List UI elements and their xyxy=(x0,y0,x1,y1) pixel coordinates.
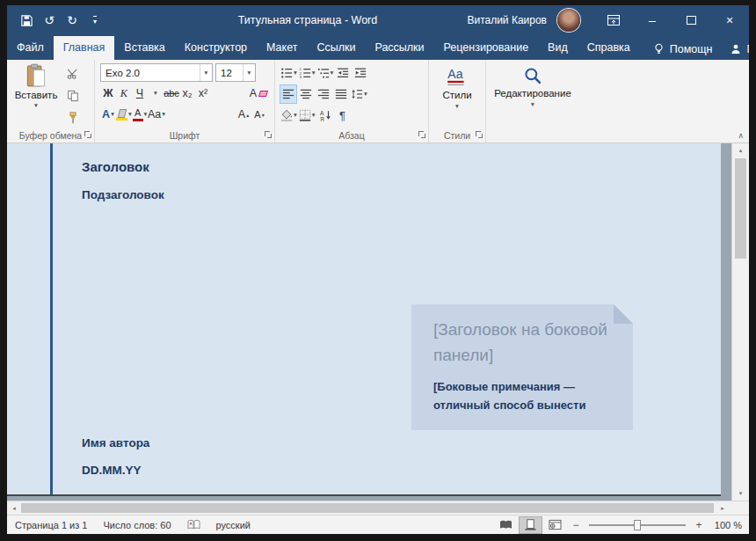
zoom-slider-thumb[interactable] xyxy=(634,520,641,530)
scroll-left-button[interactable]: ◂ xyxy=(7,501,21,515)
cut-button[interactable] xyxy=(65,65,81,83)
tab-view[interactable]: Вид xyxy=(538,36,578,60)
avatar[interactable] xyxy=(557,9,580,32)
bullets-button[interactable]: ▾ xyxy=(280,64,297,82)
zoom-slider[interactable] xyxy=(589,524,686,526)
group-font: Exo 2.0 ▾ 12 ▾ Ж К Ч ▾ abc x₂ x² А xyxy=(95,60,275,143)
borders-button[interactable]: ▾ xyxy=(299,106,316,124)
assistant-label: Помощн xyxy=(670,43,713,55)
share-label: Поделиться xyxy=(746,43,749,55)
bold-button[interactable]: Ж xyxy=(100,84,116,102)
maximize-button[interactable] xyxy=(672,5,710,35)
print-layout-button[interactable] xyxy=(520,517,542,533)
scroll-up-button[interactable]: ▴ xyxy=(732,143,749,157)
justify-button[interactable] xyxy=(333,85,349,103)
align-center-button[interactable] xyxy=(298,85,314,103)
change-case-button[interactable]: Aa▾ xyxy=(148,106,165,123)
panel-title[interactable]: [Заголовок на боковой панели] xyxy=(433,317,609,369)
horizontal-scroll-thumb[interactable] xyxy=(21,503,714,513)
sort-button[interactable] xyxy=(317,106,333,124)
underline-button[interactable]: Ч xyxy=(132,84,148,102)
tab-layout[interactable]: Макет xyxy=(257,36,307,60)
user-name[interactable]: Виталий Каиров xyxy=(467,14,547,26)
document-page[interactable]: Заголовок Подзаголовок [Заголовок на бок… xyxy=(7,143,721,496)
close-button[interactable]: × xyxy=(710,5,749,35)
document-area: Заголовок Подзаголовок [Заголовок на бок… xyxy=(7,143,749,501)
zoom-out-button[interactable]: − xyxy=(569,518,583,532)
ribbon-display-options-button[interactable] xyxy=(594,5,633,35)
italic-button[interactable]: К xyxy=(116,84,132,102)
styles-dialog-launcher[interactable] xyxy=(476,131,483,139)
paste-button[interactable]: Вставить ▾ xyxy=(11,63,61,121)
shading-button[interactable]: ▾ xyxy=(280,106,297,124)
doc-author[interactable]: Имя автора xyxy=(82,436,149,450)
paragraph-dialog-launcher[interactable] xyxy=(418,131,426,139)
show-formatting-marks-button[interactable]: ¶ xyxy=(335,106,351,124)
align-right-button[interactable] xyxy=(316,85,331,103)
text-effects-button[interactable]: А▾ xyxy=(100,106,116,123)
vertical-scrollbar[interactable]: ▴ ▾ xyxy=(731,143,749,501)
page-indicator[interactable]: Страница 1 из 1 xyxy=(7,520,95,530)
vertical-scroll-thumb[interactable] xyxy=(735,158,746,259)
tab-review[interactable]: Рецензирование xyxy=(434,36,539,60)
sidebar-panel[interactable]: [Заголовок на боковой панели] [Боковые п… xyxy=(411,304,633,430)
panel-note[interactable]: [Боковые примечания — отличный способ вы… xyxy=(433,377,614,415)
copy-button[interactable] xyxy=(65,87,81,105)
horizontal-scrollbar[interactable]: ◂ ▸ xyxy=(7,501,749,515)
zoom-in-button[interactable]: + xyxy=(692,518,706,532)
editing-button[interactable]: Редактирование ▾ xyxy=(489,63,577,139)
web-layout-button[interactable] xyxy=(544,517,566,533)
assistant-button[interactable]: Помощн xyxy=(652,42,713,55)
font-name-combo[interactable]: Exo 2.0 ▾ xyxy=(100,63,213,82)
line-spacing-button[interactable]: ▾ xyxy=(351,85,367,103)
increase-indent-button[interactable] xyxy=(353,64,368,82)
styles-button[interactable]: Стили ▾ xyxy=(432,63,483,125)
format-painter-button[interactable] xyxy=(65,109,81,127)
collapse-ribbon-button[interactable]: ∧ xyxy=(738,131,744,140)
paragraph-group-label: Абзац xyxy=(275,130,428,141)
redo-button[interactable]: ↻ xyxy=(62,10,83,31)
clear-formatting-button[interactable]: А xyxy=(250,84,267,102)
scroll-right-button[interactable]: ▸ xyxy=(716,501,730,515)
doc-subtitle[interactable]: Подзаголовок xyxy=(82,188,164,201)
font-color-button[interactable]: А ▾ xyxy=(132,106,148,123)
highlight-button[interactable]: ▾ xyxy=(116,106,132,123)
language-indicator[interactable]: русский xyxy=(208,520,258,530)
font-dialog-launcher[interactable] xyxy=(265,131,273,139)
clipboard-dialog-launcher[interactable] xyxy=(84,131,92,139)
word-count[interactable]: Число слов: 60 xyxy=(95,520,178,530)
share-button[interactable]: Поделиться xyxy=(730,43,749,55)
strikethrough-button[interactable]: abc xyxy=(164,84,179,102)
tab-help[interactable]: Справка xyxy=(578,36,640,60)
scroll-down-button[interactable]: ▾ xyxy=(732,486,749,501)
proofing-button[interactable] xyxy=(179,519,208,530)
customize-qat-button[interactable]: ▾ xyxy=(84,10,105,31)
doc-date[interactable]: DD.MM.YY xyxy=(82,464,142,477)
underline-dropdown[interactable]: ▾ xyxy=(148,84,164,102)
tab-mailings[interactable]: Рассылки xyxy=(365,36,433,60)
tab-references[interactable]: Ссылки xyxy=(307,36,365,60)
decrease-indent-button[interactable] xyxy=(335,64,351,82)
font-name-dropdown[interactable]: ▾ xyxy=(200,64,212,81)
subscript-button[interactable]: x₂ xyxy=(179,84,195,102)
tab-design[interactable]: Конструктор xyxy=(175,36,257,60)
align-left-button[interactable] xyxy=(280,85,296,103)
tab-file[interactable]: Файл xyxy=(7,36,54,60)
undo-button[interactable]: ↺ xyxy=(39,10,60,31)
align-right-icon xyxy=(317,88,330,100)
doc-title[interactable]: Заголовок xyxy=(82,159,149,174)
read-mode-button[interactable] xyxy=(495,517,517,533)
tab-insert[interactable]: Вставка xyxy=(114,36,174,60)
font-size-combo[interactable]: 12 ▾ xyxy=(215,63,256,82)
multilevel-list-button[interactable]: ▾ xyxy=(317,64,334,82)
spellcheck-book-icon xyxy=(187,519,200,530)
shrink-font-button[interactable]: А▾ xyxy=(251,106,267,123)
numbering-button[interactable]: ▾ xyxy=(299,64,316,82)
font-size-dropdown[interactable]: ▾ xyxy=(243,64,255,81)
zoom-level[interactable]: 100 % xyxy=(709,520,742,530)
save-button[interactable] xyxy=(16,10,37,31)
tab-home[interactable]: Главная xyxy=(54,36,115,60)
grow-font-button[interactable]: А▴ xyxy=(236,106,251,123)
minimize-button[interactable]: – xyxy=(633,5,672,35)
superscript-button[interactable]: x² xyxy=(195,84,211,102)
